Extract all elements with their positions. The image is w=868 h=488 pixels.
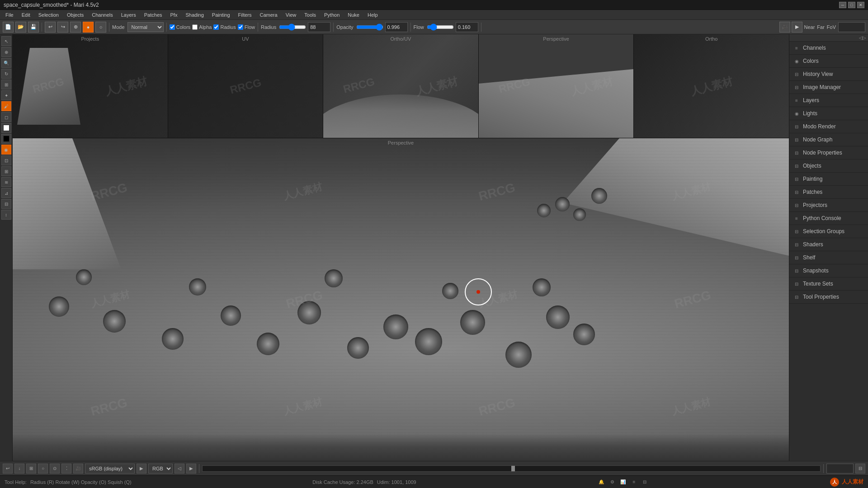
menu-filters[interactable]: Filters <box>235 11 255 19</box>
paint-tool[interactable]: ◉ <box>1 145 11 155</box>
rotate-tool[interactable]: ↻ <box>1 69 11 79</box>
restore-button[interactable]: □ <box>848 2 855 8</box>
color-secondary[interactable] <box>1 134 11 144</box>
forward-btn[interactable]: ↓ <box>14 464 24 474</box>
panel-item-image-manager[interactable]: ⊟ Image Manager <box>789 81 868 94</box>
close-button[interactable]: ✕ <box>857 2 864 8</box>
orbit-btn[interactable]: ⊙ <box>50 464 60 474</box>
colors-checkbox[interactable] <box>170 24 175 30</box>
fill-tool[interactable]: ⊞ <box>1 166 11 176</box>
panel-item-python-console[interactable]: ≡ Python Console <box>789 212 868 225</box>
panel-item-layers[interactable]: ≡ Layers <box>789 94 868 107</box>
panel-item-shaders[interactable]: ⊟ Shaders <box>789 238 868 251</box>
rec-button[interactable]: ● <box>83 22 94 33</box>
status-icon-3[interactable]: 📊 <box>619 478 627 486</box>
viewport-projects[interactable]: Projects RRCG 人人素材 <box>13 34 168 138</box>
timeline-handle[interactable] <box>511 466 515 471</box>
smear-tool[interactable]: ≋ <box>1 177 11 187</box>
panel-item-painting[interactable]: ⊟ Painting <box>789 173 868 186</box>
menu-objects[interactable]: Objects <box>63 11 87 19</box>
zoom-tool[interactable]: 🔍 <box>1 58 11 68</box>
menu-nuke[interactable]: Nuke <box>344 11 363 19</box>
menu-selection[interactable]: Selection <box>35 11 62 19</box>
menu-shading[interactable]: Shading <box>182 11 207 19</box>
circle-btn[interactable]: ○ <box>38 464 48 474</box>
panel-item-texture-sets[interactable]: ⊟ Texture Sets <box>789 277 868 291</box>
panel-item-modo-render[interactable]: ⊟ Modo Render <box>789 120 868 133</box>
flow-slider[interactable] <box>427 24 454 30</box>
eraser-tool[interactable]: ◻ <box>1 112 11 122</box>
redo-button[interactable]: ↪ <box>57 22 68 33</box>
tool7[interactable]: ⊟ <box>1 199 11 209</box>
new-button[interactable]: 📄 <box>3 22 14 33</box>
move-tool[interactable]: ⊕ <box>1 47 11 57</box>
radius-input[interactable] <box>308 22 330 32</box>
status-icon-2[interactable]: ⚙ <box>608 478 616 486</box>
back-btn[interactable]: ↩ <box>3 464 13 474</box>
mode-dropdown[interactable]: Normal <box>127 22 164 32</box>
panel-item-tool-properties[interactable]: ⊟ Tool Properties <box>789 291 868 304</box>
panel-item-patches[interactable]: ⊟ Patches <box>789 186 868 199</box>
radius-checkbox[interactable] <box>213 24 219 30</box>
cam-btn[interactable]: 🎥 <box>73 464 83 474</box>
viewport-perspective-top[interactable]: Perspective RRCG 人人素材 <box>479 34 634 138</box>
frame-input[interactable] <box>826 464 854 474</box>
panel-item-objects[interactable]: ⊟ Objects <box>789 160 868 173</box>
menu-layers[interactable]: Layers <box>118 11 140 19</box>
cam-btn1[interactable]: 🎥 <box>779 22 790 33</box>
play-back-btn[interactable]: ◁ <box>175 464 184 474</box>
panel-item-selection-groups[interactable]: ⊟ Selection Groups <box>789 225 868 238</box>
open-button[interactable]: 📂 <box>15 22 26 33</box>
menu-python[interactable]: Python <box>321 11 343 19</box>
undo-button[interactable]: ↩ <box>45 22 56 33</box>
panel-item-shelf[interactable]: ⊟ Shelf <box>789 251 868 264</box>
menu-patches[interactable]: Patches <box>141 11 166 19</box>
menu-edit[interactable]: Edit <box>18 11 34 19</box>
panel-item-node-properties[interactable]: ⊟ Node Properties <box>789 146 868 160</box>
panel-item-snapshots[interactable]: ⊟ Snapshots <box>789 264 868 277</box>
menu-tools[interactable]: Tools <box>301 11 320 19</box>
panel-item-projectors[interactable]: ⊟ Projectors <box>789 199 868 212</box>
status-icon-5[interactable]: ⊟ <box>641 478 649 486</box>
grid-tool[interactable]: ⊞ <box>1 80 11 89</box>
panel-item-node-graph[interactable]: ⊟ Node Graph <box>789 133 868 146</box>
tool8[interactable]: ↕ <box>1 210 11 220</box>
viewport-main[interactable]: Perspective <box>13 138 789 461</box>
menu-channels[interactable]: Channels <box>88 11 116 19</box>
arrow-btn[interactable]: ▶ <box>137 464 146 474</box>
shape-button[interactable]: ○ <box>95 22 106 33</box>
panel-item-colors[interactable]: ◉ Colors <box>789 55 868 68</box>
viewport-uv[interactable]: UV RRCG <box>168 34 324 138</box>
channel-dropdown[interactable]: RGB <box>148 464 173 474</box>
snap-button[interactable]: ⊕ <box>70 22 81 33</box>
end-btn[interactable]: ⊟ <box>855 464 865 474</box>
viewport-orthouv[interactable]: Ortho/UV RRCG 人人素材 <box>323 34 479 138</box>
step-btn[interactable]: ⊞ <box>26 464 36 474</box>
select-tool[interactable]: ↖ <box>1 36 11 46</box>
brush-tool[interactable]: 🖌 <box>1 101 11 111</box>
opacity-slider[interactable] <box>356 24 383 30</box>
panel-collapse-btn[interactable]: ◁▷ <box>859 35 866 40</box>
play-btn[interactable]: ▶ <box>186 464 196 474</box>
save-button[interactable]: 💾 <box>28 22 39 33</box>
minimize-button[interactable]: ─ <box>839 2 846 8</box>
status-icon-1[interactable]: 🔔 <box>597 478 605 486</box>
timeline[interactable] <box>202 465 821 472</box>
panel-item-history-view[interactable]: ⊟ History View <box>789 68 868 81</box>
color-mode-dropdown[interactable]: sRGB (display) <box>85 464 135 474</box>
radius-slider[interactable] <box>279 24 306 30</box>
dots-btn[interactable]: ⁚ <box>61 464 71 474</box>
alpha-checkbox[interactable] <box>192 24 198 30</box>
clone-tool[interactable]: ⊡ <box>1 155 11 165</box>
viewport-ortho[interactable]: Ortho 人人素材 <box>634 34 789 138</box>
cam-btn2[interactable]: ▶ <box>792 22 802 33</box>
menu-pfx[interactable]: Pfx <box>167 11 181 19</box>
menu-camera[interactable]: Camera <box>256 11 281 19</box>
flow-checkbox[interactable] <box>238 24 243 30</box>
flow-input[interactable] <box>456 22 478 32</box>
tool6[interactable]: ⊿ <box>1 188 11 198</box>
menu-view[interactable]: View <box>282 11 300 19</box>
menu-help[interactable]: Help <box>364 11 382 19</box>
menu-file[interactable]: File <box>2 11 17 19</box>
menu-painting[interactable]: Painting <box>208 11 234 19</box>
